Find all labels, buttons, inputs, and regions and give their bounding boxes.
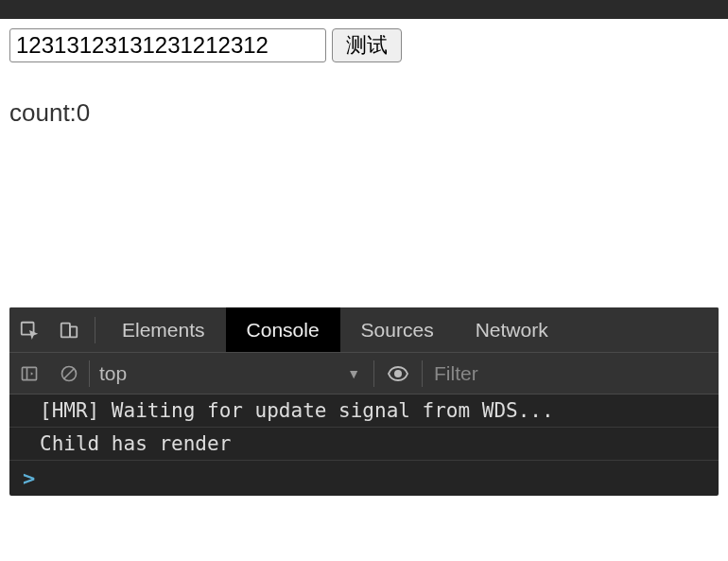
devtools-tab-bar: Elements Console Sources Network — [9, 307, 719, 353]
live-expression-icon[interactable] — [374, 353, 422, 394]
test-button[interactable]: 测试 — [332, 28, 402, 62]
window-top-bar — [0, 0, 728, 19]
console-toolbar: top ▼ — [9, 353, 719, 394]
count-text: count:0 — [9, 98, 719, 128]
svg-point-7 — [395, 371, 401, 377]
console-log-line: [HMR] Waiting for update signal from WDS… — [9, 394, 719, 428]
tab-network[interactable]: Network — [455, 307, 569, 352]
execution-context-select[interactable]: top ▼ — [90, 353, 373, 394]
context-label: top — [99, 362, 127, 385]
divider — [95, 317, 95, 343]
console-output: [HMR] Waiting for update signal from WDS… — [9, 394, 719, 496]
chevron-down-icon: ▼ — [347, 366, 360, 381]
toggle-sidebar-icon[interactable] — [9, 353, 49, 394]
tab-elements[interactable]: Elements — [101, 307, 226, 352]
svg-rect-1 — [61, 323, 70, 337]
tab-console[interactable]: Console — [226, 307, 340, 352]
clear-console-icon[interactable] — [49, 353, 89, 394]
svg-line-6 — [64, 369, 74, 378]
device-toggle-icon[interactable] — [49, 307, 89, 352]
input-row: 测试 — [9, 28, 719, 62]
page-content: 测试 count:0 — [0, 19, 728, 137]
devtools-panel: Elements Console Sources Network top ▼ — [9, 307, 719, 496]
console-prompt[interactable]: > — [9, 461, 719, 496]
inspect-element-icon[interactable] — [9, 307, 49, 352]
tab-sources[interactable]: Sources — [340, 307, 455, 352]
svg-rect-2 — [70, 326, 77, 337]
text-input[interactable] — [9, 28, 326, 62]
console-log-line: Child has render — [9, 428, 719, 461]
svg-rect-3 — [23, 367, 37, 379]
filter-input[interactable] — [423, 353, 719, 394]
